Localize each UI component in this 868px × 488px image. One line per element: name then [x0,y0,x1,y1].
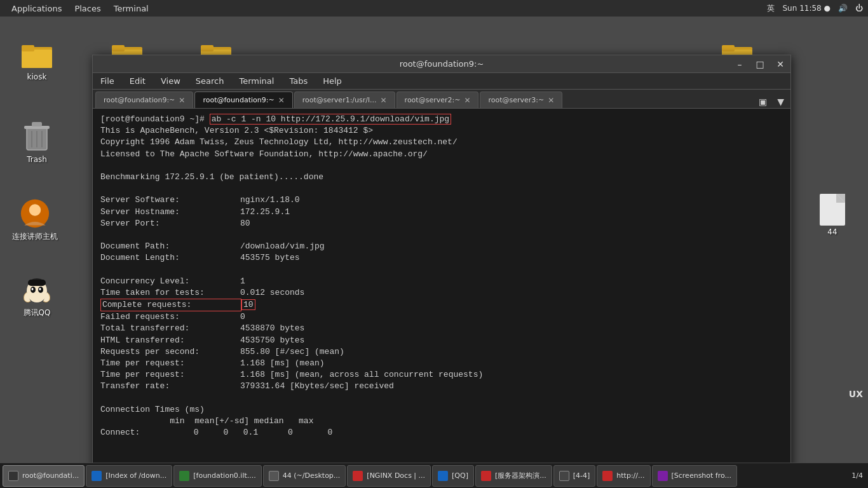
tab-3[interactable]: root@server2:~ ✕ [397,92,479,108]
volume-icon[interactable]: 🔊 [838,4,848,13]
taskbar-page-indicator: 1/4 [851,471,865,480]
svg-rect-3 [22,45,34,51]
taskbar-index-label: [Index of /down... [105,471,166,480]
close-button[interactable]: ✕ [770,55,790,73]
menu-search[interactable]: Search [188,73,232,90]
terminal-conn-times-header: Connection Times (ms) [100,404,783,416]
desktop-icon-trash[interactable]: Trash [11,122,62,164]
terminal-line-1: This is ApacheBench, Version 2.3 <$Revis… [100,125,783,137]
taskbar-item-screenshot[interactable]: [Screenshot fro... [652,465,738,487]
icon-label-qq: 腾讯QQ [24,308,51,318]
tab-2[interactable]: root@server1:/usr/l... ✕ [294,92,395,108]
desktop-icon-doc-44[interactable]: 44 [807,194,858,236]
tab-label-0: root@foundation9:~ [104,96,175,104]
taskbar-item-terminal[interactable]: root@foundati... [3,465,85,487]
tab-dropdown-button[interactable]: ▼ [773,95,788,108]
taskbar-item-index[interactable]: [Index of /down... [86,465,172,487]
folder-icon [22,39,52,70]
terminal-stat-length: Document Length:453575 bytes [100,252,783,264]
taskbar-item-44[interactable]: 44 (~/Desktop... [263,465,346,487]
menu-help[interactable]: Help [315,73,349,90]
terminal-content[interactable]: [root@foundation9 ~]# ab -c 1 -n 10 http… [93,109,790,486]
svg-rect-20 [112,45,125,51]
terminal-stat-total: Total transferred:4538870 bytes [100,323,783,334]
window-controls: – □ ✕ [729,55,790,73]
icon-label-kiosk: kiosk [27,72,47,81]
terminal-blank-3 [100,229,783,241]
terminal-stat-time: Time taken for tests:0.012 seconds [100,287,783,299]
taskbar-foundation-label: [foundation0.ilt.... [193,471,256,480]
top-menubar: Applications Places Terminal 英 Sun 11:58… [0,0,868,17]
language-indicator[interactable]: 英 [767,3,775,14]
taskbar-screenshot-icon [658,471,668,481]
tab-close-1[interactable]: ✕ [278,96,285,105]
terminal-stat-host: Server Hostname:172.25.9.1 [100,207,783,218]
terminal-blank-4 [100,264,783,275]
terminal-line-bench: Benchmarking 172.25.9.1 (be patient)....… [100,172,783,183]
tab-close-4[interactable]: ✕ [548,96,554,105]
command-highlight: ab -c 1 -n 10 http://172.25.9.1/download… [210,114,451,125]
taskbar-item-foundation[interactable]: [foundation0.ilt.... [173,465,262,487]
desktop-icon-connect-teacher[interactable]: 连接讲师主机 [6,198,64,242]
desktop-icon-qq[interactable]: 腾讯QQ [11,274,62,318]
tab-screenshot-button[interactable]: ▣ [755,95,771,108]
terminal-conn-connect: Connect: 0 0 0.1 0 0 [100,427,783,438]
terminal-stat-transfer: Transfer rate:379331.64 [Kbytes/sec] rec… [100,381,783,392]
tab-label-4: root@server3:~ [488,96,544,104]
icon-label-connect-teacher: 连接讲师主机 [12,231,58,242]
terminal-stat-complete: Complete requests:10 [100,299,783,311]
terminal-blank-1 [100,160,783,172]
terminal-stat-html: HTML transferred:4535750 bytes [100,335,783,346]
taskbar-qq-icon [438,471,448,481]
applications-menu[interactable]: Applications [5,0,68,17]
tab-4[interactable]: root@server3:~ ✕ [480,92,562,108]
menu-edit[interactable]: Edit [122,73,153,90]
menu-terminal[interactable]: Terminal [231,73,281,90]
taskbar-terminal-label: root@foundati... [22,471,79,480]
icon-label-trash: Trash [27,155,47,164]
tab-1[interactable]: root@foundation9:~ ✕ [194,92,292,108]
tab-0[interactable]: root@foundation9:~ ✕ [95,92,193,108]
desktop: kiosk Trash 连接讲师主机 [0,17,868,463]
terminal-stat-path: Document Path:/download/vim.jpg [100,241,783,252]
taskbar-item-server[interactable]: [服务器架构演... [475,465,552,487]
taskbar-44-label: 44 (~/Desktop... [283,471,341,480]
terminal-menu[interactable]: Terminal [107,0,155,17]
places-menu[interactable]: Places [68,0,107,17]
maximize-button[interactable]: □ [750,55,770,73]
svg-point-11 [29,204,41,215]
taskbar-screenshot-label: [Screenshot fro... [672,471,732,480]
taskbar-item-4-4[interactable]: [4-4] [553,465,596,487]
taskbar-server-label: [服务器架构演... [495,471,546,480]
desktop-icon-kiosk[interactable]: kiosk [11,39,62,81]
menu-view[interactable]: View [153,73,188,90]
terminal-stat-port: Server Port:80 [100,218,783,229]
menu-tabs[interactable]: Tabs [281,73,315,90]
terminal-stat-sw: Server Software:nginx/1.18.0 [100,194,783,206]
tab-close-0[interactable]: ✕ [179,96,185,105]
terminal-stat-concurrency: Concurrency Level:1 [100,276,783,287]
svg-rect-23 [201,45,214,51]
svg-rect-26 [722,45,735,51]
minimize-button[interactable]: – [729,55,750,73]
taskbar-nginx-label: [NGINX Docs | ... [367,471,425,480]
terminal-stat-tpr2: Time per request:1.168 [ms] (mean, acros… [100,369,783,381]
tabs-bar: root@foundation9:~ ✕ root@foundation9:~ … [93,90,790,109]
menu-file[interactable]: File [93,73,122,90]
svg-point-16 [39,288,41,290]
doc-icon [817,194,848,225]
connect-teacher-icon [20,198,50,229]
tab-close-2[interactable]: ✕ [381,96,387,105]
taskbar-item-qq[interactable]: [QQ] [432,465,474,487]
taskbar-4-4-label: [4-4] [573,471,590,480]
terminal-line-command: [root@foundation9 ~]# ab -c 1 -n 10 http… [100,114,783,125]
terminal-blank-5 [100,393,783,404]
ux-label: UX [849,389,863,399]
terminal-stat-rps: Requests per second:855.80 [#/sec] (mean… [100,346,783,358]
terminal-blank-2 [100,183,783,194]
power-icon[interactable]: ⏻ [855,4,863,13]
tab-close-3[interactable]: ✕ [464,96,470,105]
taskbar-item-url[interactable]: http://... [597,465,650,487]
clock: Sun 11:58 ● [782,4,831,13]
taskbar-item-nginx[interactable]: [NGINX Docs | ... [347,465,431,487]
